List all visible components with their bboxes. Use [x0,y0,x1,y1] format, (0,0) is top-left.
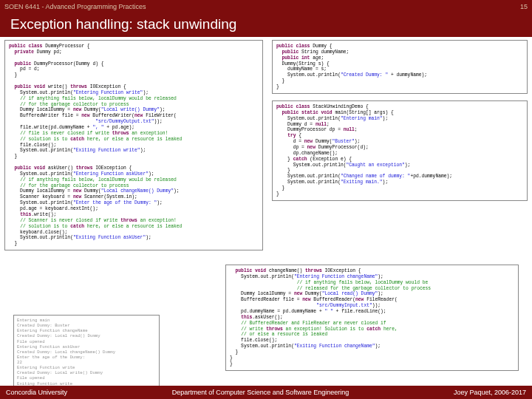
page-number: 15 [520,3,528,10]
code-change-name: public void changeName() throws IOExcept… [225,265,519,371]
footer: Concordia University Department of Compu… [0,386,532,399]
slide-content: public class DummyProcessor { private Du… [0,37,532,386]
footer-author: Joey Paquet, 2006-2017 [454,389,526,396]
footer-university: Concordia University [6,389,67,396]
code-dummy-processor: public class DummyProcessor { private Du… [4,40,263,250]
slide-title: Exception handling: stack unwinding [0,13,532,37]
footer-department: Department of Computer Science and Softw… [172,389,349,396]
code-dummy-class: public class Dummy { public String dummy… [272,40,528,94]
code-stack-unwinding-demo: public class StackUnwindingDemo { public… [272,100,528,201]
course-code: SOEN 6441 - Advanced Programming Practic… [4,3,146,10]
